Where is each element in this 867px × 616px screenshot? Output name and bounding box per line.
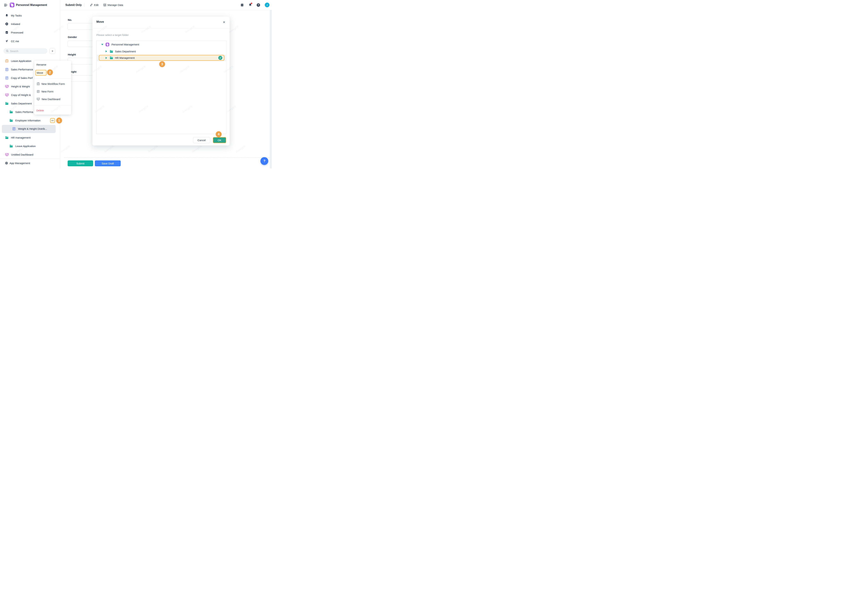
- app-logo[interactable]: [10, 3, 14, 7]
- scrollbar-track[interactable]: [270, 10, 272, 168]
- tree-node-label: HR Management: [115, 57, 135, 59]
- watermark: JoeegER: [235, 145, 246, 153]
- tree-node-hr-management[interactable]: HR Management: [99, 55, 225, 61]
- caret-right-icon[interactable]: [105, 57, 107, 59]
- tree-node-sales-department[interactable]: Sales Department: [97, 48, 226, 55]
- sidebar-header: Personnel Management: [0, 0, 60, 10]
- folder-icon: [9, 110, 13, 113]
- folder-icon: [110, 50, 113, 53]
- item-label: HR management: [11, 136, 30, 139]
- app-logo-icon: [105, 42, 109, 46]
- sidebar-folder-leave-application[interactable]: Leave Application: [0, 142, 60, 150]
- item-label: App Management: [9, 162, 30, 165]
- menu-item-new-dashboard[interactable]: New Dashboard: [35, 96, 71, 102]
- tab-submit-only[interactable]: Submit Only: [65, 3, 82, 6]
- notebook-icon[interactable]: [240, 3, 244, 7]
- plus-icon: +: [52, 49, 53, 53]
- item-label: Height & Weight: [11, 85, 30, 88]
- close-icon[interactable]: ✕: [222, 20, 226, 24]
- workflow-form-icon: [5, 59, 8, 63]
- folder-icon: [9, 119, 13, 122]
- field-label-height: Height: [68, 53, 76, 56]
- app-window: No. Gender Height Weight Submit Save Dra…: [0, 0, 272, 168]
- sidebar-item-cc-me[interactable]: CC me: [0, 37, 60, 45]
- sidebar-item-processed[interactable]: Processed: [0, 28, 60, 36]
- submit-button[interactable]: Submit: [68, 160, 93, 166]
- form-icon: [5, 68, 8, 71]
- item-label: Copy of Sales Perf: [11, 77, 33, 79]
- cancel-button[interactable]: Cancel: [193, 137, 210, 143]
- sidebar-item-my-tasks[interactable]: My Tasks: [0, 11, 60, 20]
- notification-dot: [251, 3, 252, 4]
- menu-item-move[interactable]: Move: [35, 70, 47, 75]
- caret-down-icon[interactable]: [101, 44, 103, 45]
- field-label-gender: Gender: [68, 36, 77, 39]
- save-draft-button[interactable]: Save Draft: [95, 160, 121, 166]
- pencil-icon: [90, 3, 93, 6]
- question-icon[interactable]: ?: [257, 3, 260, 7]
- dialog-title: Move: [96, 20, 104, 24]
- item-label: Sales Performa: [15, 110, 33, 113]
- search-input[interactable]: Search: [3, 48, 47, 54]
- context-menu: Rename Move New Workflow Form New Form N…: [35, 61, 71, 115]
- selected-check-icon: [218, 56, 222, 60]
- workflow-form-icon: [37, 82, 40, 85]
- item-label: Sales Department: [11, 102, 32, 105]
- step-badge-2: 2: [47, 69, 53, 75]
- form-icon: [12, 127, 16, 130]
- folder-icon: [5, 136, 8, 139]
- menu-item-new-form[interactable]: New Form: [35, 88, 71, 94]
- topbar-right-icons: ? J: [240, 0, 269, 10]
- form-icon: [37, 90, 40, 93]
- folder-icon: [5, 102, 8, 105]
- menu-item-delete[interactable]: Delete: [36, 108, 44, 113]
- move-label: Move: [37, 71, 43, 74]
- sidebar-item-app-management[interactable]: App Management: [0, 159, 60, 167]
- badge-check-icon: [5, 31, 8, 34]
- tree-node-label: Sales Department: [115, 50, 136, 53]
- sidebar-item-weight-height-distribution[interactable]: Weight & Height Distrib...: [0, 125, 60, 133]
- add-button[interactable]: +: [50, 48, 55, 54]
- search-icon: [6, 50, 9, 52]
- tree-node-personnel-management[interactable]: Personnel Management: [97, 41, 226, 48]
- notifications-bell-icon[interactable]: [248, 3, 252, 7]
- ok-button[interactable]: OK: [213, 137, 226, 143]
- watermark: JoeegER: [228, 25, 239, 33]
- dashboard-icon: [5, 93, 9, 97]
- watermark: JoeegER: [60, 145, 71, 153]
- tree-node-label: Personnel Management: [112, 43, 139, 46]
- move-dialog: Move ✕ Please select a target folder Per…: [93, 17, 229, 146]
- menu-item-rename[interactable]: Rename: [36, 63, 46, 66]
- menu-item-new-workflow-form[interactable]: New Workflow Form: [35, 81, 71, 87]
- nav-label: My Tasks: [11, 14, 22, 17]
- item-label: Employee Information: [15, 119, 41, 122]
- bell-icon: [5, 14, 8, 17]
- manage-data-label: Manage Data: [107, 3, 123, 6]
- item-label: Sales Performance: [11, 68, 33, 71]
- user-avatar[interactable]: J: [265, 3, 269, 7]
- item-label: Leave Application: [15, 145, 36, 148]
- help-floating-button[interactable]: ?: [261, 157, 268, 165]
- edit-button[interactable]: Edit: [90, 3, 99, 6]
- caret-right-icon[interactable]: [105, 50, 107, 52]
- item-label: Copy of Height &: [11, 93, 31, 96]
- table-icon: [103, 3, 106, 6]
- folder-icon: [9, 145, 13, 148]
- folder-icon: [110, 57, 113, 59]
- watermark: JoeegER: [103, 145, 115, 153]
- ellipsis-icon: •••: [51, 119, 54, 122]
- sidebar-item-initiated[interactable]: Initiated: [0, 20, 60, 28]
- sidebar-item-untitled-dashboard[interactable]: Untitled Dashboard: [0, 150, 60, 159]
- help-icon: ?: [263, 159, 265, 163]
- item-more-actions-button[interactable]: •••: [50, 118, 55, 123]
- hamburger-menu-icon[interactable]: [3, 4, 8, 6]
- dashboard-icon: [5, 85, 9, 88]
- step-badge-1: 1: [56, 118, 62, 124]
- form-icon: [5, 76, 8, 80]
- folder-tree: Personnel Management Sales Department HR…: [96, 41, 226, 134]
- manage-data-button[interactable]: Manage Data: [103, 3, 123, 6]
- paper-plane-icon: [5, 39, 8, 42]
- menu-label: New Dashboard: [42, 97, 60, 101]
- gear-icon: [5, 162, 8, 165]
- sidebar-folder-hr-management[interactable]: HR management: [0, 134, 60, 142]
